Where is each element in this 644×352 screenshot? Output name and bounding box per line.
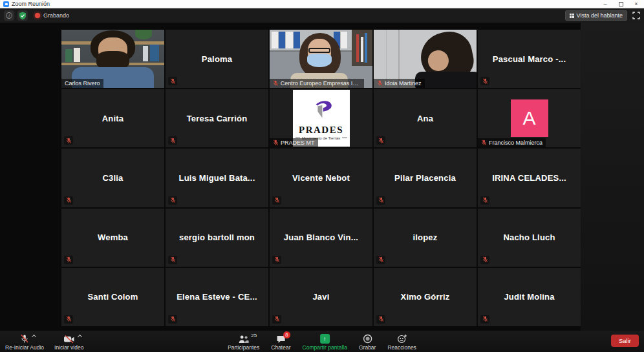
participant-tile-wemba[interactable]: Wemba [61, 209, 164, 267]
participant-tile-javi[interactable]: Javi [270, 268, 372, 326]
maximize-button[interactable] [613, 0, 628, 8]
participant-name: Javi [270, 268, 372, 326]
muted-mic-icon [378, 197, 384, 203]
reactions-button[interactable]: Reacciones [387, 333, 416, 351]
muted-mic-indicator [64, 196, 73, 205]
participant-tile-judit-molina[interactable]: Judit Molina [478, 268, 581, 326]
participant-tile-francisco-malmierca[interactable]: AFrancisco Malmierca [478, 89, 581, 147]
chat-button[interactable]: 8 Chatear [271, 333, 290, 351]
muted-mic-icon [378, 316, 384, 322]
start-video-button[interactable]: Iniciar video [54, 333, 83, 351]
muted-mic-indicator [168, 196, 177, 205]
participant-tile-teresa-carri-n[interactable]: Teresa Carrión [166, 89, 268, 147]
muted-mic-icon [170, 197, 176, 203]
participant-tile-nacho-lluch[interactable]: Nacho Lluch [478, 209, 581, 267]
participant-tile-luis-miguel-bata[interactable]: Luis Miguel Bata... [166, 149, 268, 207]
participant-name: Carlos Rivero [65, 80, 100, 87]
participant-name: Idoia Martinez [385, 80, 422, 87]
encryption-button[interactable] [17, 10, 28, 21]
fullscreen-icon[interactable] [632, 12, 640, 19]
participants-icon [238, 335, 249, 344]
leave-meeting-button[interactable]: Salir [611, 335, 639, 347]
record-button[interactable]: Grabar [359, 333, 376, 351]
avatar: A [511, 99, 548, 137]
prades-logo-brand: PRADES [299, 125, 343, 136]
participant-tile-pilar-placencia[interactable]: Pilar Placencia [374, 149, 477, 207]
mic-muted-icon [20, 334, 29, 344]
meeting-info-button[interactable]: i [4, 10, 14, 21]
participant-name: Elena Esteve - CE... [166, 268, 268, 326]
close-button[interactable]: × [628, 0, 644, 8]
participant-tile-idoia-martinez[interactable]: Idoia Martinez [374, 30, 477, 88]
share-screen-icon: ↑ [320, 334, 330, 344]
participant-name: Teresa Carrión [166, 89, 268, 147]
participant-tile-ximo-g-rriz[interactable]: Ximo Górriz [374, 268, 477, 326]
muted-mic-icon [66, 197, 72, 203]
participant-name: PRADES MT [281, 140, 315, 146]
recording-dot-icon [35, 13, 40, 18]
participants-label: Participantes [228, 344, 259, 351]
muted-mic-indicator [168, 256, 177, 264]
participant-tile-carlos-rivero[interactable]: Carlos Rivero [61, 30, 164, 88]
participant-tile-juan-blanco-vin[interactable]: Juan Blanco Vin... [270, 209, 372, 267]
meeting-stage: Carlos RiveroPaloma Centro Europeo Empre… [0, 23, 644, 331]
audio-button-label: Re-Iniciar Audio [5, 344, 44, 351]
participant-tile-centro-europeo-empresas-inn[interactable]: Centro Europeo Empresas Inn... [270, 30, 372, 88]
muted-mic-icon [482, 256, 488, 263]
participant-tile-sergio-bartoll-mon[interactable]: sergio bartoll mon [166, 209, 268, 267]
muted-mic-indicator [480, 77, 489, 85]
participant-tile-ana[interactable]: Ana [374, 89, 477, 147]
muted-mic-indicator [376, 315, 385, 324]
participants-button[interactable]: 25 Participantes [228, 333, 259, 351]
speaker-view-label: Vista del hablante [577, 12, 623, 19]
participant-name: Centro Europeo Empresas Inn... [281, 80, 361, 87]
participant-name-badge: Centro Europeo Empresas Inn... [270, 79, 364, 88]
muted-mic-indicator [168, 136, 177, 145]
video-options-caret[interactable] [78, 335, 82, 339]
participant-tile-ilopez[interactable]: ilopez [374, 209, 477, 267]
participant-tile-elena-esteve-ce[interactable]: Elena Esteve - CE... [166, 268, 268, 326]
minimize-button[interactable]: – [597, 0, 613, 8]
participant-tile-irina-celades[interactable]: IRINA CELADES... [478, 149, 581, 207]
muted-mic-icon [170, 256, 176, 263]
reactions-label: Reacciones [387, 344, 416, 351]
record-icon [363, 334, 372, 344]
audio-options-caret[interactable] [32, 335, 36, 339]
muted-mic-icon [273, 140, 279, 146]
participant-name: Pilar Placencia [374, 149, 477, 207]
speaker-view-button[interactable]: Vista del hablante [565, 10, 627, 21]
participant-name-badge: Francisco Malmierca [478, 138, 546, 147]
participant-tile-paloma[interactable]: Paloma [166, 30, 268, 88]
participant-name: Wemba [61, 209, 164, 267]
participant-tile-c3lia[interactable]: C3lia [61, 149, 164, 207]
muted-mic-indicator [64, 315, 73, 324]
share-screen-button[interactable]: ↑ Compartir pantalla [303, 333, 347, 351]
participant-tile-santi-colom[interactable]: Santi Colom [61, 268, 164, 326]
participant-tile-vicente-nebot[interactable]: Vicente Nebot [270, 149, 372, 207]
muted-mic-icon [170, 138, 176, 144]
participant-name: Ana [374, 89, 477, 147]
prades-logo-mark [308, 98, 335, 124]
participant-tile-pascual-marco[interactable]: Pascual Marco -... [478, 30, 581, 88]
muted-mic-icon [378, 256, 384, 263]
muted-mic-icon [482, 78, 488, 85]
participant-name-badge: PRADES MT [270, 138, 318, 147]
muted-mic-icon [170, 78, 176, 85]
unmute-audio-button[interactable]: Re-Iniciar Audio [5, 333, 44, 351]
chat-unread-badge: 8 [283, 331, 290, 338]
participant-tile-prades-mt[interactable]: PRADESMovimiento de TierrasPRADES MT [270, 89, 372, 147]
muted-mic-icon [273, 80, 279, 87]
participant-tile-anita[interactable]: Anita [61, 89, 164, 147]
share-screen-label: Compartir pantalla [303, 344, 347, 351]
muted-mic-indicator [64, 136, 73, 145]
muted-mic-icon [482, 316, 488, 322]
participant-name: Paloma [166, 30, 268, 88]
muted-mic-icon [274, 316, 280, 322]
muted-mic-icon [170, 316, 176, 322]
participant-name: Santi Colom [61, 268, 164, 326]
zoom-window: Zoom Reunión – × i Grabando Vista del ha… [0, 0, 644, 352]
muted-mic-indicator [272, 256, 281, 264]
muted-mic-indicator [480, 256, 489, 264]
muted-mic-icon [66, 316, 72, 322]
muted-mic-indicator [272, 196, 281, 205]
